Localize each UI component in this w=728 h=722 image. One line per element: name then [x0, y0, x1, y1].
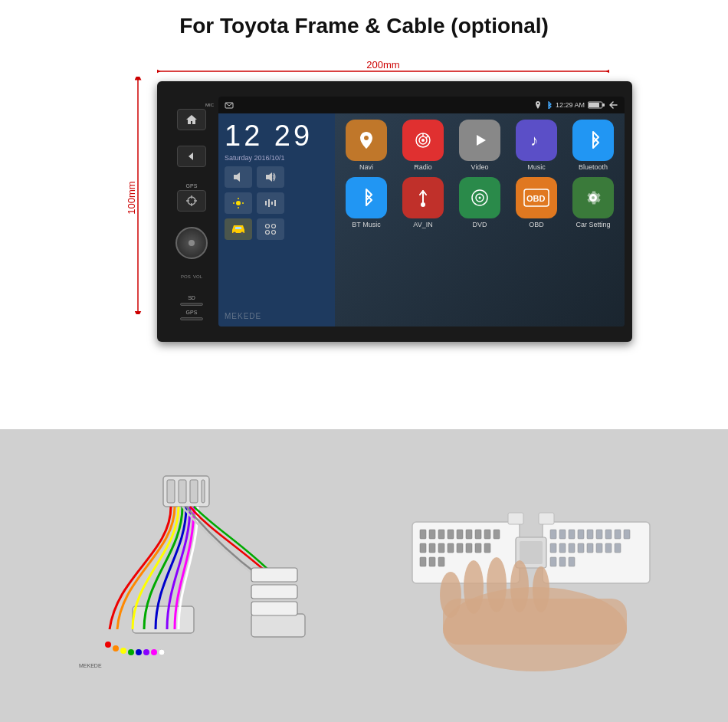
volume-controls [225, 166, 329, 188]
svg-text:100mm: 100mm [126, 181, 137, 214]
svg-rect-93 [559, 543, 566, 553]
gps-slot[interactable] [180, 317, 203, 320]
svg-point-39 [479, 197, 481, 199]
brightness-btn[interactable] [225, 192, 252, 214]
car-icon-btn[interactable] [225, 218, 252, 240]
battery-icon [588, 101, 605, 109]
svg-point-25 [266, 225, 270, 228]
app-navi-label: Navi [359, 163, 373, 171]
clock-date: Saturday 2016/10/1 [225, 154, 329, 162]
svg-rect-77 [475, 543, 481, 553]
svg-rect-48 [251, 614, 305, 637]
app-avin-box [402, 177, 444, 218]
app-radio-label: Radio [414, 163, 432, 171]
clock-display: 12 29 Saturday 2016/10/1 [225, 120, 329, 162]
svg-rect-96 [587, 543, 593, 553]
sd-slot[interactable] [180, 303, 203, 306]
svg-rect-87 [587, 530, 593, 539]
volume-knob[interactable] [175, 227, 208, 259]
status-bar-right: 12:29 AM [534, 101, 618, 109]
app-music-box: ♪ [516, 120, 557, 161]
eq-btn[interactable] [257, 192, 284, 214]
svg-rect-88 [596, 530, 602, 539]
clock-time: 12 29 [225, 120, 329, 153]
svg-rect-100 [550, 557, 556, 566]
app-music-label: Music [527, 163, 546, 171]
svg-point-108 [464, 560, 484, 614]
svg-rect-91 [624, 530, 630, 539]
back-button[interactable] [177, 146, 206, 167]
svg-point-57 [143, 649, 149, 655]
svg-point-109 [487, 557, 507, 612]
app-btmusic-box [346, 177, 387, 218]
app-obd-label: OBD [529, 221, 544, 228]
app-radio-box [402, 120, 444, 161]
app-radio[interactable]: Radio [398, 120, 448, 171]
back-nav-icon [608, 101, 618, 109]
bottom-controls [225, 218, 329, 240]
svg-rect-81 [438, 557, 444, 566]
app-obd[interactable]: OBD OBD [511, 177, 562, 228]
screen-left: 12 29 Saturday 2016/10/1 [218, 113, 335, 327]
app-music[interactable]: ♪ Music [511, 120, 562, 171]
bluetooth-status-icon [545, 101, 553, 109]
svg-text:OBD: OBD [526, 194, 546, 203]
sd-label: SD [188, 295, 195, 300]
screen-right: Navi Radio [335, 113, 625, 327]
app-carsetting[interactable]: Car Setting [568, 177, 618, 228]
svg-rect-69 [484, 530, 490, 539]
app-video[interactable]: Video [454, 120, 505, 171]
svg-rect-78 [484, 543, 490, 553]
svg-point-111 [533, 566, 549, 612]
svg-point-27 [266, 231, 270, 235]
gps-button[interactable] [177, 190, 206, 212]
app-obd-box: OBD [516, 177, 557, 218]
connector-svg [389, 461, 680, 691]
svg-rect-90 [615, 530, 621, 539]
vol-down-btn[interactable] [225, 166, 252, 188]
app-avin[interactable]: AV_IN [398, 177, 448, 228]
app-btmusic[interactable]: BT Music [341, 177, 392, 228]
app-carsetting-box [572, 177, 614, 218]
top-section: For Toyota Frame & Cable (optional) 200m… [0, 0, 728, 429]
app-carsetting-label: Car Setting [576, 221, 610, 228]
apps-btn[interactable] [257, 218, 284, 240]
svg-rect-84 [559, 530, 566, 539]
svg-rect-72 [429, 543, 435, 553]
app-dvd-label: DVD [472, 221, 487, 228]
app-bluetooth-label: Bluetooth [579, 163, 608, 171]
app-row-1: Navi Radio [341, 120, 618, 171]
svg-rect-94 [569, 543, 575, 553]
left-panel: MIC GPS POS VOL [165, 89, 218, 334]
svg-text:200mm: 200mm [366, 60, 399, 71]
svg-rect-101 [559, 557, 566, 566]
svg-point-22 [233, 232, 236, 235]
wire-harness-image: MEKEDE [48, 453, 355, 698]
svg-point-53 [113, 645, 119, 651]
svg-rect-67 [466, 530, 472, 539]
svg-rect-89 [605, 530, 612, 539]
svg-rect-11 [589, 103, 599, 107]
svg-point-36 [421, 202, 425, 207]
radio-unit: MIC GPS POS VOL [157, 81, 632, 342]
app-bluetooth[interactable]: Bluetooth [568, 120, 618, 171]
pos-vol-label: POS VOL [181, 274, 202, 279]
app-video-label: Video [471, 163, 489, 171]
svg-rect-63 [429, 530, 435, 539]
svg-rect-97 [596, 543, 602, 553]
home-button[interactable] [177, 109, 206, 130]
app-navi-box [346, 120, 387, 161]
svg-rect-102 [569, 557, 575, 566]
svg-rect-113 [539, 513, 554, 524]
app-dvd[interactable]: DVD [454, 177, 505, 228]
svg-rect-64 [438, 530, 444, 539]
screen: 12:29 AM 12 29 Saturday 2016/10/1 [218, 97, 625, 327]
connector-image [389, 461, 680, 691]
app-navi[interactable]: Navi [341, 120, 392, 171]
svg-point-52 [105, 642, 111, 648]
vol-up-btn[interactable] [257, 166, 284, 188]
svg-marker-34 [477, 135, 486, 146]
svg-rect-104 [520, 541, 543, 564]
app-bluetooth-box [572, 120, 614, 161]
wire-harness-svg: MEKEDE [56, 461, 347, 691]
